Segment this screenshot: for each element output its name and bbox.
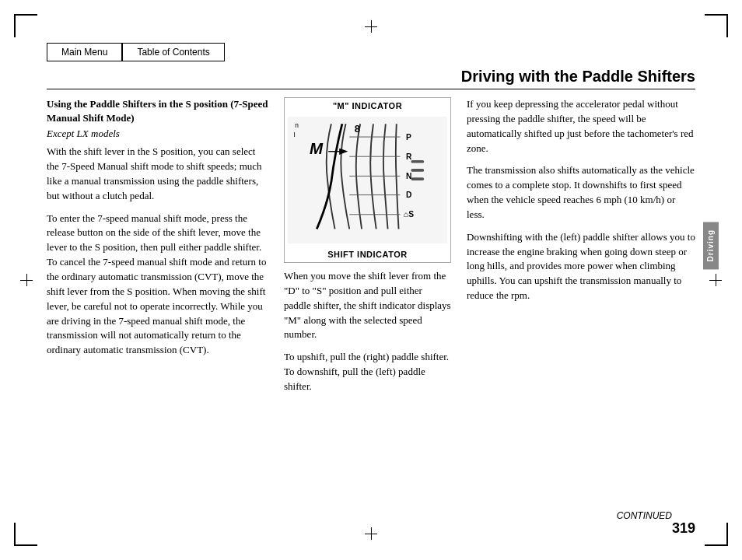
table-of-contents-button[interactable]: Table of Contents [122, 43, 224, 61]
crosshair-left [20, 274, 33, 286]
svg-rect-17 [411, 169, 424, 172]
subheading-italic: Except LX models [47, 127, 268, 142]
svg-text:R: R [406, 152, 412, 161]
left-column: Using the Paddle Shifters in the S posit… [47, 97, 276, 513]
section-heading: Using the Paddle Shifters in the S posit… [47, 97, 268, 125]
corner-mark-bl [14, 523, 37, 546]
diagram-container: "M" INDICATOR [284, 97, 451, 263]
left-paragraph-1: With the shift lever in the S position, … [47, 145, 268, 203]
diagram-label-bottom: SHIFT INDICATOR [288, 250, 447, 259]
right-paragraph-1: If you keep depressing the accelerator p… [467, 97, 695, 156]
left-paragraph-2: To enter the 7-speed manual shift mode, … [47, 212, 268, 358]
corner-mark-tr [705, 14, 728, 37]
main-menu-button[interactable]: Main Menu [47, 43, 122, 61]
crosshair-bottom [365, 527, 377, 540]
svg-text:M: M [310, 139, 324, 157]
right-paragraph-2: The transmission also shifts automatical… [467, 163, 695, 222]
right-column: If you keep depressing the accelerator p… [459, 97, 695, 513]
corner-mark-tl [14, 14, 37, 37]
middle-column: "M" INDICATOR [276, 97, 459, 513]
page-number: 319 [672, 520, 695, 537]
svg-text:P: P [406, 133, 411, 142]
svg-text:N: N [406, 172, 411, 180]
middle-text-1: When you move the shift lever from the "… [284, 269, 451, 342]
middle-text-2: To upshift, pull the (right) paddle shif… [284, 350, 451, 394]
diagram-svg: P R N D ⌂S M 8 [288, 112, 447, 248]
svg-text:D: D [406, 191, 411, 199]
nav-buttons: Main Menu Table of Contents [47, 43, 695, 61]
header-divider [47, 89, 695, 89]
svg-rect-16 [411, 160, 424, 163]
page-title: Driving with the Paddle Shifters [461, 68, 695, 85]
corner-mark-br [705, 523, 728, 546]
header: Main Menu Table of Contents Driving with… [47, 43, 695, 89]
driving-sidebar-tab: Driving [703, 222, 719, 269]
crosshair-right [709, 274, 722, 286]
page-title-area: Driving with the Paddle Shifters [47, 68, 695, 86]
svg-text:n: n [295, 121, 299, 129]
svg-text:⌂S: ⌂S [404, 210, 414, 219]
svg-text:8: 8 [355, 123, 360, 135]
svg-rect-18 [411, 177, 424, 180]
svg-text:I: I [293, 131, 295, 138]
continued-label: CONTINUED [617, 510, 672, 521]
crosshair-top [365, 20, 377, 33]
main-content: Using the Paddle Shifters in the S posit… [47, 97, 695, 513]
diagram-label-top: "M" INDICATOR [288, 101, 447, 110]
right-paragraph-3: Downshifting with the (left) paddle shif… [467, 230, 695, 303]
